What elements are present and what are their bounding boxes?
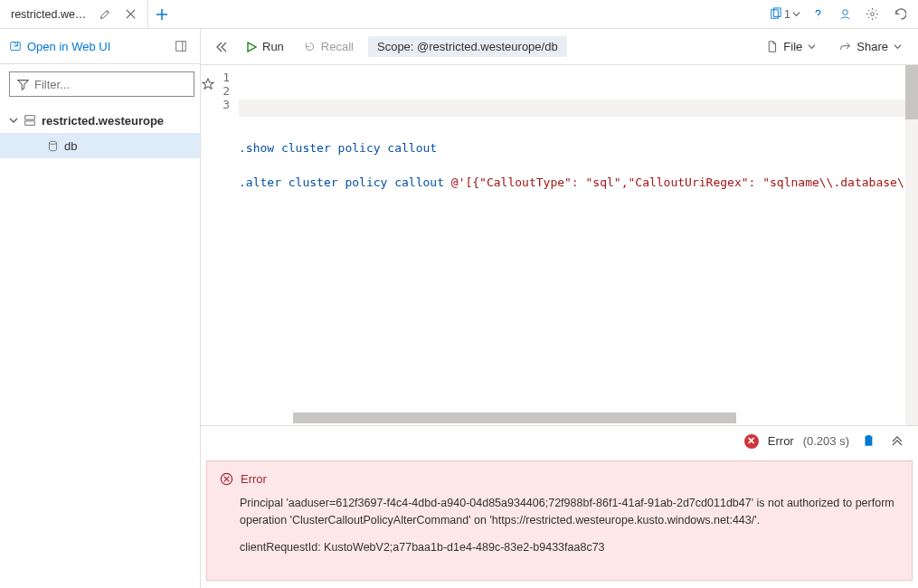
svg-rect-8	[25, 121, 35, 125]
scope-value: @restricted.westeurope/db	[417, 40, 558, 53]
run-button[interactable]: Run	[241, 36, 289, 57]
open-in-web-label: Open in Web UI	[27, 40, 110, 53]
code-line-1: .show cluster policy callout	[239, 141, 437, 155]
share-menu[interactable]: Share	[834, 36, 907, 57]
svg-rect-11	[866, 435, 870, 438]
error-message-2: clientRequestId: KustoWebV2;a77baa1b-d1e…	[240, 539, 899, 556]
settings-icon[interactable]	[862, 5, 882, 24]
scope-pill[interactable]: Scope: @restricted.westeurope/db	[368, 36, 567, 57]
sidebar: Open in Web UI restricted.westeurope	[0, 29, 201, 588]
new-tab-button[interactable]	[152, 5, 172, 24]
line-gutter: 123	[201, 65, 239, 425]
run-label: Run	[262, 40, 284, 53]
copy-button[interactable]: 1	[769, 7, 800, 21]
db-label: db	[64, 139, 77, 153]
database-icon	[47, 140, 59, 152]
code-area[interactable]: .show cluster policy callout .alter clus…	[239, 65, 918, 425]
error-icon	[220, 472, 233, 486]
file-menu[interactable]: File	[761, 36, 821, 57]
code-line-3-rest: @'[{"CalloutType": "sql","CalloutUriRege…	[444, 175, 904, 189]
horizontal-scrollbar[interactable]	[239, 413, 905, 423]
file-label: File	[783, 40, 802, 53]
svg-point-3	[870, 13, 874, 16]
filter-input[interactable]	[34, 78, 186, 91]
pencil-icon[interactable]	[95, 5, 115, 24]
close-icon[interactable]	[120, 5, 140, 24]
error-status-icon: ✕	[744, 434, 759, 449]
copy-count: 1	[784, 8, 790, 21]
svg-rect-5	[176, 42, 186, 52]
collapse-results-icon[interactable]	[887, 432, 907, 451]
help-icon[interactable]	[808, 5, 828, 24]
svg-rect-7	[25, 116, 35, 119]
horizontal-scrollbar-thumb[interactable]	[293, 413, 736, 423]
open-in-web-link[interactable]: Open in Web UI	[9, 40, 166, 53]
cluster-label: restricted.westeurope	[42, 114, 164, 128]
filter-icon	[17, 79, 29, 90]
tree-db-row[interactable]: db	[0, 133, 200, 158]
cluster-icon	[24, 114, 36, 127]
status-label: Error	[768, 434, 794, 448]
tab-query[interactable]: restricted.westeur...	[4, 0, 148, 28]
top-right-controls: 1	[769, 5, 914, 24]
recall-label: Recall	[321, 40, 354, 53]
share-label: Share	[856, 40, 888, 53]
vertical-scrollbar[interactable]	[905, 65, 918, 425]
svg-point-9	[49, 141, 56, 144]
undo-icon[interactable]	[889, 5, 909, 24]
collapse-left-icon[interactable]	[212, 37, 232, 57]
recall-button[interactable]: Recall	[298, 36, 359, 57]
clipboard-icon[interactable]	[858, 432, 878, 451]
svg-rect-10	[866, 437, 873, 447]
error-title: Error	[241, 472, 267, 486]
error-panel: Error Principal 'aaduser=612f3697-f4c4-4…	[206, 460, 913, 581]
code-line-3-cmd: .alter cluster policy callout	[239, 175, 444, 189]
svg-point-2	[842, 10, 847, 15]
tab-title: restricted.westeur...	[11, 8, 90, 21]
editor-toolbar: Run Recall Scope: @restricted.westeurope…	[201, 29, 918, 65]
feedback-icon[interactable]	[835, 5, 855, 24]
error-message-1: Principal 'aaduser=612f3697-f4c4-4dbd-a9…	[240, 495, 899, 530]
code-editor[interactable]: 123 .show cluster policy callout .alter …	[201, 65, 918, 425]
results-panel: ✕ Error (0.203 s) Error Principal 'aadus…	[201, 425, 918, 588]
filter-input-wrapper[interactable]	[9, 71, 194, 97]
vertical-scrollbar-thumb[interactable]	[905, 65, 918, 119]
connection-tree: restricted.westeurope db	[0, 104, 200, 162]
chevron-down-icon	[9, 116, 18, 125]
tree-cluster-row[interactable]: restricted.westeurope	[0, 108, 200, 133]
scope-label: Scope:	[377, 40, 413, 53]
timing-label: (0.203 s)	[803, 434, 849, 448]
panel-toggle-icon[interactable]	[171, 36, 191, 56]
tab-bar: restricted.westeur... 1	[0, 0, 918, 29]
